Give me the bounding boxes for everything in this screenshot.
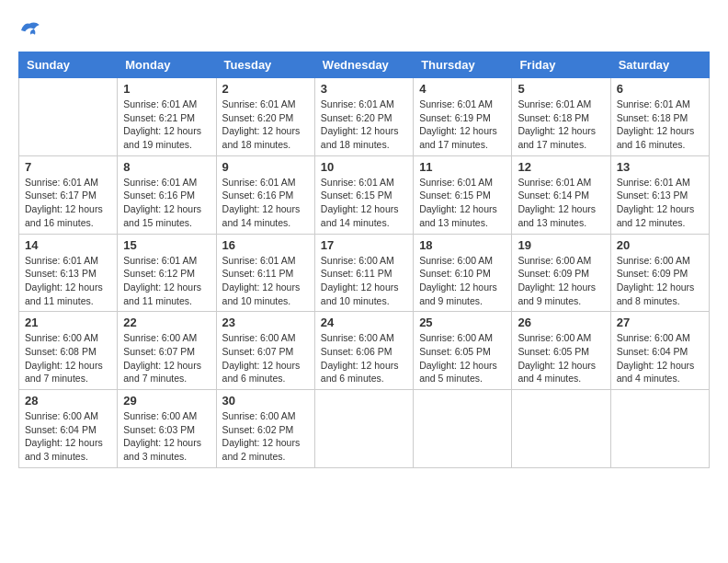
column-header-wednesday: Wednesday — [314, 52, 413, 78]
cell-info: Sunrise: 6:01 AM Sunset: 6:16 PM Dayligh… — [222, 176, 309, 230]
calendar-cell: 13Sunrise: 6:01 AM Sunset: 6:13 PM Dayli… — [610, 155, 709, 234]
day-number: 7 — [25, 160, 111, 174]
day-number: 23 — [222, 316, 309, 329]
cell-info: Sunrise: 6:00 AM Sunset: 6:04 PM Dayligh… — [617, 331, 703, 385]
cell-info: Sunrise: 6:00 AM Sunset: 6:07 PM Dayligh… — [222, 331, 309, 385]
day-number: 26 — [518, 316, 604, 329]
day-number: 11 — [419, 160, 506, 174]
cell-info: Sunrise: 6:00 AM Sunset: 6:08 PM Dayligh… — [25, 331, 111, 385]
calendar-cell: 19Sunrise: 6:00 AM Sunset: 6:09 PM Dayli… — [512, 234, 610, 312]
day-number: 4 — [419, 82, 506, 96]
calendar-cell: 11Sunrise: 6:01 AM Sunset: 6:15 PM Dayli… — [414, 155, 512, 234]
calendar-cell: 23Sunrise: 6:00 AM Sunset: 6:07 PM Dayli… — [216, 312, 314, 390]
cell-info: Sunrise: 6:00 AM Sunset: 6:11 PM Dayligh… — [321, 254, 407, 308]
cell-info: Sunrise: 6:01 AM Sunset: 6:18 PM Dayligh… — [518, 98, 604, 152]
day-number: 21 — [25, 316, 111, 329]
day-number: 10 — [321, 160, 407, 174]
cell-info: Sunrise: 6:01 AM Sunset: 6:12 PM Dayligh… — [123, 254, 210, 308]
cell-info: Sunrise: 6:01 AM Sunset: 6:14 PM Dayligh… — [518, 176, 604, 230]
calendar-week-row: 21Sunrise: 6:00 AM Sunset: 6:08 PM Dayli… — [19, 312, 710, 390]
calendar-cell: 22Sunrise: 6:00 AM Sunset: 6:07 PM Dayli… — [118, 312, 216, 390]
day-number: 9 — [222, 160, 309, 174]
day-number: 15 — [123, 238, 210, 252]
cell-info: Sunrise: 6:00 AM Sunset: 6:09 PM Dayligh… — [518, 254, 604, 308]
day-number: 14 — [25, 238, 111, 252]
calendar-cell — [610, 390, 709, 468]
calendar-cell: 3Sunrise: 6:01 AM Sunset: 6:20 PM Daylig… — [314, 78, 413, 156]
cell-info: Sunrise: 6:00 AM Sunset: 6:07 PM Dayligh… — [123, 331, 210, 385]
day-number: 13 — [617, 160, 703, 174]
column-header-friday: Friday — [512, 52, 610, 78]
logo-bird-icon — [18, 18, 40, 37]
cell-info: Sunrise: 6:00 AM Sunset: 6:05 PM Dayligh… — [518, 331, 604, 385]
page-header — [18, 18, 710, 37]
cell-info: Sunrise: 6:00 AM Sunset: 6:10 PM Dayligh… — [419, 254, 506, 308]
calendar-cell: 26Sunrise: 6:00 AM Sunset: 6:05 PM Dayli… — [512, 312, 610, 390]
calendar-cell: 10Sunrise: 6:01 AM Sunset: 6:15 PM Dayli… — [314, 155, 413, 234]
calendar-cell: 24Sunrise: 6:00 AM Sunset: 6:06 PM Dayli… — [314, 312, 413, 390]
calendar-cell: 18Sunrise: 6:00 AM Sunset: 6:10 PM Dayli… — [414, 234, 512, 312]
day-number: 25 — [419, 316, 506, 329]
cell-info: Sunrise: 6:00 AM Sunset: 6:02 PM Dayligh… — [222, 409, 309, 464]
day-number: 16 — [222, 238, 309, 252]
calendar-cell: 20Sunrise: 6:00 AM Sunset: 6:09 PM Dayli… — [610, 234, 709, 312]
calendar-table: SundayMondayTuesdayWednesdayThursdayFrid… — [18, 52, 710, 468]
calendar-cell: 25Sunrise: 6:00 AM Sunset: 6:05 PM Dayli… — [414, 312, 512, 390]
day-number: 24 — [321, 316, 407, 329]
day-number: 8 — [123, 160, 210, 174]
cell-info: Sunrise: 6:00 AM Sunset: 6:09 PM Dayligh… — [617, 254, 703, 308]
cell-info: Sunrise: 6:00 AM Sunset: 6:06 PM Dayligh… — [321, 331, 407, 385]
calendar-cell: 7Sunrise: 6:01 AM Sunset: 6:17 PM Daylig… — [19, 155, 118, 234]
calendar-header-row: SundayMondayTuesdayWednesdayThursdayFrid… — [19, 52, 710, 78]
day-number: 30 — [222, 394, 309, 408]
cell-info: Sunrise: 6:01 AM Sunset: 6:20 PM Dayligh… — [222, 98, 309, 152]
cell-info: Sunrise: 6:01 AM Sunset: 6:16 PM Dayligh… — [123, 176, 210, 230]
day-number: 2 — [222, 82, 309, 96]
calendar-cell: 16Sunrise: 6:01 AM Sunset: 6:11 PM Dayli… — [216, 234, 314, 312]
cell-info: Sunrise: 6:01 AM Sunset: 6:19 PM Dayligh… — [419, 98, 506, 152]
logo — [18, 18, 44, 37]
day-number: 19 — [518, 238, 604, 252]
day-number: 5 — [518, 82, 604, 96]
day-number: 1 — [123, 82, 210, 96]
calendar-cell — [512, 390, 610, 468]
cell-info: Sunrise: 6:01 AM Sunset: 6:13 PM Dayligh… — [25, 254, 111, 308]
column-header-monday: Monday — [118, 52, 216, 78]
day-number: 20 — [617, 238, 703, 252]
cell-info: Sunrise: 6:01 AM Sunset: 6:18 PM Dayligh… — [617, 98, 703, 152]
cell-info: Sunrise: 6:00 AM Sunset: 6:05 PM Dayligh… — [419, 331, 506, 385]
calendar-cell: 17Sunrise: 6:00 AM Sunset: 6:11 PM Dayli… — [314, 234, 413, 312]
calendar-cell: 15Sunrise: 6:01 AM Sunset: 6:12 PM Dayli… — [118, 234, 216, 312]
calendar-cell: 28Sunrise: 6:00 AM Sunset: 6:04 PM Dayli… — [19, 390, 118, 468]
calendar-cell: 6Sunrise: 6:01 AM Sunset: 6:18 PM Daylig… — [610, 78, 709, 156]
calendar-cell: 1Sunrise: 6:01 AM Sunset: 6:21 PM Daylig… — [118, 78, 216, 156]
calendar-cell — [19, 78, 118, 156]
day-number: 22 — [123, 316, 210, 329]
calendar-cell: 30Sunrise: 6:00 AM Sunset: 6:02 PM Dayli… — [216, 390, 314, 468]
day-number: 27 — [617, 316, 703, 329]
calendar-cell: 4Sunrise: 6:01 AM Sunset: 6:19 PM Daylig… — [414, 78, 512, 156]
cell-info: Sunrise: 6:01 AM Sunset: 6:15 PM Dayligh… — [419, 176, 506, 230]
column-header-tuesday: Tuesday — [216, 52, 314, 78]
column-header-thursday: Thursday — [414, 52, 512, 78]
cell-info: Sunrise: 6:00 AM Sunset: 6:03 PM Dayligh… — [123, 409, 210, 464]
calendar-cell: 29Sunrise: 6:00 AM Sunset: 6:03 PM Dayli… — [118, 390, 216, 468]
calendar-cell: 8Sunrise: 6:01 AM Sunset: 6:16 PM Daylig… — [118, 155, 216, 234]
calendar-cell: 21Sunrise: 6:00 AM Sunset: 6:08 PM Dayli… — [19, 312, 118, 390]
calendar-cell: 2Sunrise: 6:01 AM Sunset: 6:20 PM Daylig… — [216, 78, 314, 156]
calendar-cell — [314, 390, 413, 468]
cell-info: Sunrise: 6:01 AM Sunset: 6:17 PM Dayligh… — [25, 176, 111, 230]
cell-info: Sunrise: 6:01 AM Sunset: 6:15 PM Dayligh… — [321, 176, 407, 230]
column-header-saturday: Saturday — [610, 52, 709, 78]
day-number: 17 — [321, 238, 407, 252]
day-number: 29 — [123, 394, 210, 408]
calendar-cell — [414, 390, 512, 468]
cell-info: Sunrise: 6:01 AM Sunset: 6:20 PM Dayligh… — [321, 98, 407, 152]
calendar-cell: 14Sunrise: 6:01 AM Sunset: 6:13 PM Dayli… — [19, 234, 118, 312]
calendar-week-row: 14Sunrise: 6:01 AM Sunset: 6:13 PM Dayli… — [19, 234, 710, 312]
day-number: 3 — [321, 82, 407, 96]
calendar-cell: 5Sunrise: 6:01 AM Sunset: 6:18 PM Daylig… — [512, 78, 610, 156]
column-header-sunday: Sunday — [19, 52, 118, 78]
day-number: 6 — [617, 82, 703, 96]
cell-info: Sunrise: 6:01 AM Sunset: 6:21 PM Dayligh… — [123, 98, 210, 152]
